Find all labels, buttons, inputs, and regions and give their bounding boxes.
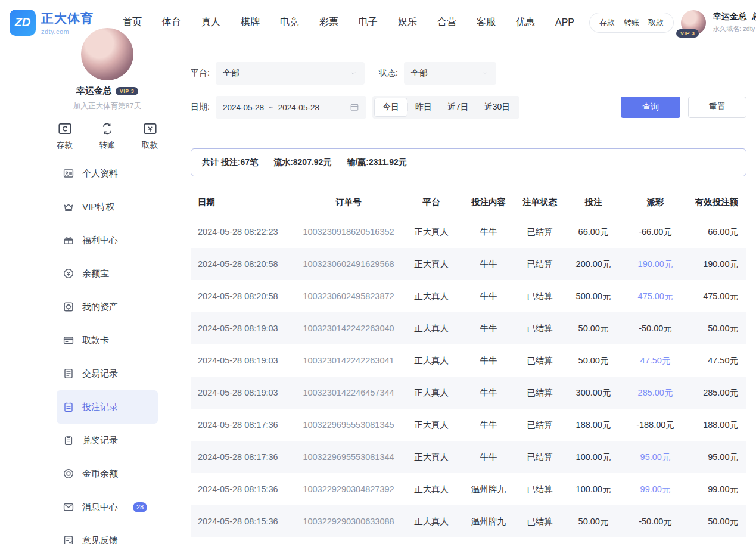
cell-content: 牛牛 (463, 226, 514, 238)
range-1[interactable]: 昨日 (407, 98, 440, 117)
sidebar-item-bet-records[interactable]: 投注记录 (57, 390, 158, 424)
cell-status: 已结算 (514, 484, 566, 495)
nav-item-6[interactable]: 电子 (359, 16, 378, 29)
quick-transfer-button[interactable]: 转账 (99, 121, 116, 151)
status-select[interactable]: 全部 (404, 62, 496, 85)
nav-item-10[interactable]: 优惠 (516, 16, 535, 29)
envelope-icon (63, 501, 74, 513)
app-root: ZD 正大体育 zdty.com 首页体育真人棋牌电竞彩票电子娱乐合营客服优惠A… (0, 0, 756, 544)
header-avatar-wrap[interactable]: VIP 3 (681, 10, 706, 35)
status-select-value: 全部 (411, 68, 428, 79)
wallet-action-2[interactable]: 取款 (648, 17, 664, 28)
range-2[interactable]: 近7日 (440, 98, 477, 117)
query-button[interactable]: 查询 (621, 97, 680, 118)
cell-platform: 正大真人 (399, 291, 463, 302)
cell-payout: 190.00元 (621, 259, 690, 270)
sidebar-item-profile[interactable]: 个人资料 (57, 157, 158, 190)
platform-select-value: 全部 (223, 68, 239, 79)
cell-status: 已结算 (514, 323, 566, 334)
range-3[interactable]: 近30日 (477, 98, 518, 117)
sidebar-item-withdraw-card[interactable]: 取款卡 (57, 324, 158, 357)
sidebar-item-label: 意见反馈 (82, 535, 118, 544)
sidebar-item-label: 取款卡 (82, 335, 109, 346)
table-header: 日期订单号平台投注内容注单状态投注派彩有效投注额 (191, 188, 746, 216)
quick-withdraw-button[interactable]: 取款 (142, 121, 158, 151)
brand[interactable]: ZD 正大体育 zdty.com (10, 10, 99, 36)
safe-icon (63, 301, 74, 313)
sidebar-item-yuebao[interactable]: 余额宝 (57, 257, 158, 290)
cell-bet: 66.00元 (566, 226, 621, 238)
sidebar-item-redeem-records[interactable]: 兑奖记录 (57, 424, 158, 457)
cell-bet: 50.00元 (566, 516, 621, 527)
table-row: 2024-05-28 08:15:361003229290304827392正大… (191, 473, 746, 505)
date-label: 日期: (191, 102, 210, 113)
sidebar-quick-actions: 存款转账取款 (57, 121, 158, 151)
cell-status: 已结算 (514, 355, 566, 366)
col-bet: 投注 (566, 197, 621, 208)
cell-valid: 285.00元 (690, 387, 746, 399)
range-0[interactable]: 今日 (374, 98, 407, 117)
col-order: 订单号 (298, 197, 399, 208)
reset-button[interactable]: 重置 (688, 97, 746, 118)
cell-content: 牛牛 (463, 323, 514, 334)
nav-item-8[interactable]: 合营 (437, 16, 456, 29)
quick-deposit-button[interactable]: 存款 (57, 121, 73, 151)
nav-item-2[interactable]: 真人 (201, 16, 220, 29)
deposit-icon (57, 121, 73, 136)
sidebar-menu: 个人资料VIP特权福利中心余额宝我的资产取款卡交易记录投注记录兑奖记录金币余额消… (57, 157, 158, 544)
nav-item-9[interactable]: 客服 (477, 16, 496, 29)
sidebar-item-assets[interactable]: 我的资产 (57, 290, 158, 324)
table-row: 2024-05-28 08:15:361003229290300633088正大… (191, 505, 746, 537)
brand-logo: ZD (10, 10, 36, 36)
sidebar-item-vip[interactable]: VIP特权 (57, 190, 158, 223)
transfer-icon (99, 121, 115, 136)
filter-row-date: 日期: 2024-05-28 ~ 2024-05-28 今日昨日近7日近30日 … (191, 96, 746, 119)
cell-valid: 190.00元 (690, 259, 746, 270)
nav-item-5[interactable]: 彩票 (319, 16, 338, 29)
date-range-picker[interactable]: 2024-05-28 ~ 2024-05-28 (216, 96, 366, 119)
cell-content: 牛牛 (463, 419, 514, 431)
quick-deposit-label: 存款 (57, 140, 73, 151)
profile-joined-text: 加入正大体育第87天 (73, 101, 141, 111)
table-row: 2024-05-28 08:20:581003230602495823872正大… (191, 280, 746, 312)
profile-avatar[interactable] (81, 28, 133, 80)
sidebar-item-label: 我的资产 (82, 301, 118, 313)
calendar-icon (350, 102, 359, 112)
sidebar-item-feedback[interactable]: 意见反馈 (57, 524, 158, 544)
nav-item-0[interactable]: 首页 (123, 16, 142, 29)
platform-label: 平台: (191, 68, 210, 79)
date-separator: ~ (269, 103, 273, 112)
nav-item-3[interactable]: 棋牌 (241, 16, 260, 29)
cell-content: 牛牛 (463, 355, 514, 366)
cell-bet: 188.00元 (566, 419, 621, 431)
crown-icon (63, 201, 74, 213)
nav-item-11[interactable]: APP (555, 17, 574, 28)
cell-status: 已结算 (514, 419, 566, 431)
sidebar-item-label: 个人资料 (82, 168, 118, 179)
header-user-domain: 永久域名: zdty (713, 24, 756, 33)
sidebar-item-coin-balance[interactable]: 金币余额 (57, 457, 158, 490)
cell-date: 2024-05-28 08:19:03 (191, 324, 298, 333)
nav-item-7[interactable]: 娱乐 (398, 16, 417, 29)
date-quick-ranges: 今日昨日近7日近30日 (372, 96, 519, 119)
bank-card-icon (63, 334, 74, 346)
header-vip-badge: VIP 3 (676, 29, 699, 38)
cell-valid: 188.00元 (690, 419, 746, 431)
wallet-action-0[interactable]: 存款 (599, 17, 615, 28)
col-platform: 平台 (399, 197, 463, 208)
cell-platform: 正大真人 (399, 419, 463, 431)
summary-part-0: 共计 投注:67笔 (202, 157, 258, 168)
sidebar-item-welfare[interactable]: 福利中心 (57, 223, 158, 257)
col-date: 日期 (191, 197, 298, 208)
cell-platform: 正大真人 (399, 516, 463, 527)
nav-item-4[interactable]: 电竞 (280, 16, 299, 29)
gold-coin-icon (63, 468, 74, 480)
nav-item-1[interactable]: 体育 (162, 16, 181, 29)
sidebar-item-transactions[interactable]: 交易记录 (57, 357, 158, 390)
cell-valid: 99.00元 (690, 484, 746, 495)
platform-select[interactable]: 全部 (216, 62, 365, 85)
sidebar-item-messages[interactable]: 消息中心28 (57, 490, 158, 524)
cell-content: 牛牛 (463, 387, 514, 399)
cell-valid: 47.50元 (690, 355, 746, 366)
wallet-action-1[interactable]: 转账 (624, 17, 639, 28)
